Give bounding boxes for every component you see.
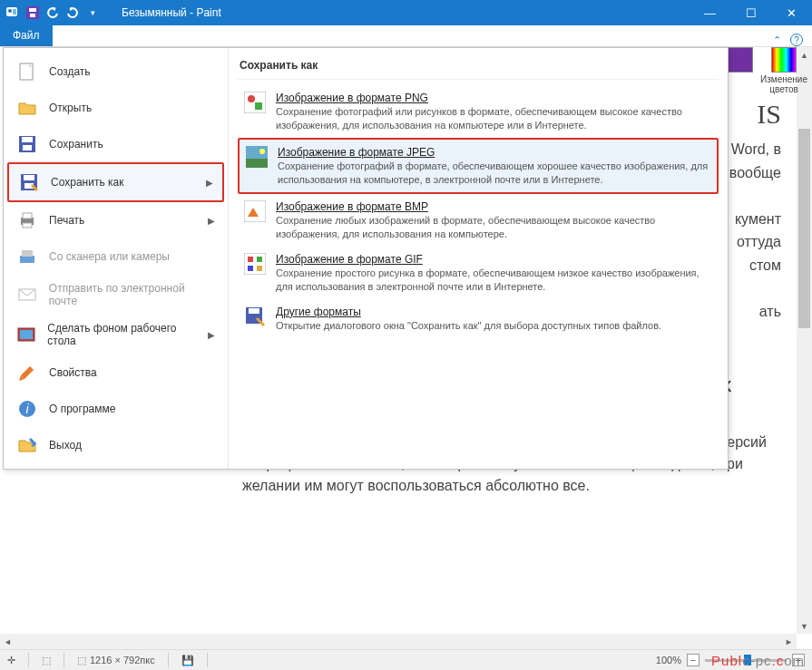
file-tab[interactable]: Файл [0, 24, 53, 46]
redo-icon[interactable] [65, 5, 80, 20]
format-icon [243, 305, 267, 328]
print-icon [16, 209, 38, 231]
svg-rect-15 [23, 223, 32, 228]
svg-rect-4 [29, 8, 36, 12]
selection-size: ⬚ [42, 655, 51, 666]
format-title: Другие форматы [276, 305, 661, 319]
save-icon[interactable] [25, 5, 40, 20]
svg-rect-33 [248, 266, 253, 271]
menu-item-label: Сохранить как [51, 176, 123, 189]
ribbon-tab-row: Файл ⌃ ? [0, 25, 812, 47]
menu-item-open[interactable]: Открыть [7, 90, 224, 126]
menu-item-print[interactable]: Печать▶ [7, 202, 224, 238]
dimensions-icon: ⬚ [77, 655, 86, 666]
vertical-scrollbar[interactable]: ▲ ▼ [797, 47, 812, 634]
about-icon: i [16, 398, 38, 420]
status-bar: ✛ ⬚ ⬚ 1216 × 792пкс 💾 100% − + [0, 649, 812, 670]
menu-item-new[interactable]: Создать [7, 53, 224, 90]
menu-item-label: Свойства [49, 366, 97, 379]
format-icon [245, 145, 269, 169]
doc-text-fragment: ать [759, 304, 781, 319]
file-size: 💾 [181, 655, 194, 666]
svg-point-1 [8, 9, 12, 13]
svg-rect-36 [249, 308, 259, 314]
email-icon [16, 284, 38, 306]
quick-access-toolbar: ▾ [0, 5, 105, 20]
zoom-level: 100% [656, 655, 681, 665]
submenu-title: Сохранить как [238, 55, 719, 80]
scroll-down-icon[interactable]: ▼ [797, 618, 812, 634]
submenu-arrow-icon: ▶ [208, 216, 215, 226]
svg-rect-27 [246, 159, 268, 168]
ribbon-help-icon[interactable]: ? [790, 34, 803, 46]
title-bar: ▾ Безымянный - Paint — ☐ ✕ [0, 0, 812, 25]
format-desc: Сохранение простого рисунка в формате, о… [276, 267, 699, 292]
scroll-right-icon[interactable]: ► [781, 634, 797, 649]
edit-colors-button[interactable] [771, 47, 797, 73]
scroll-thumb[interactable] [798, 129, 810, 328]
scroll-left-icon[interactable]: ◄ [0, 634, 15, 649]
doc-text-fragment: вообще [729, 165, 781, 180]
format-title: Изображение в формате JPEG [278, 145, 711, 160]
app-icon [5, 5, 20, 20]
saveas-submenu: Сохранить как Изображение в формате PNGС… [229, 48, 728, 469]
window-controls: — ☐ ✕ [690, 0, 812, 25]
menu-item-save[interactable]: Сохранить [7, 126, 224, 162]
submenu-arrow-icon: ▶ [206, 178, 213, 188]
svg-rect-16 [20, 256, 34, 263]
doc-heading-fragment: IS [757, 92, 781, 136]
menu-item-scanner: Со сканера или камеры [7, 238, 224, 275]
cursor-position: ✛ [7, 655, 15, 666]
svg-rect-20 [20, 330, 33, 339]
menu-item-wallpaper[interactable]: Сделать фоном рабочего стола▶ [7, 315, 224, 354]
svg-rect-5 [30, 14, 35, 17]
exit-icon [16, 434, 38, 456]
svg-rect-14 [23, 213, 32, 218]
submenu-arrow-icon: ▶ [208, 330, 215, 340]
format-desc: Сохранение любых изображений в формате, … [276, 215, 655, 239]
minimize-button[interactable]: — [690, 0, 730, 25]
format-icon [243, 199, 267, 223]
format-option-4[interactable]: Другие форматыОткрытие диалогового окна … [238, 299, 719, 338]
zoom-out-button[interactable]: − [687, 654, 699, 666]
menu-item-props[interactable]: Свойства [7, 354, 224, 391]
menu-item-about[interactable]: iО программе [7, 391, 224, 427]
dimensions-text: 1216 × 792пкс [90, 655, 155, 665]
qat-dropdown-icon[interactable]: ▾ [85, 5, 100, 20]
doc-text-fragment: оттуда [737, 234, 781, 249]
svg-rect-34 [257, 266, 262, 271]
format-icon [243, 91, 267, 114]
format-option-0[interactable]: Изображение в формате PNGСохранение фото… [238, 85, 719, 138]
window-title: Безымянный - Paint [122, 6, 221, 19]
selection-icon: ⬚ [42, 655, 51, 666]
format-option-1[interactable]: Изображение в формате JPEGСохранение фот… [238, 138, 719, 194]
menu-item-email: Отправить по электронной почте [7, 275, 224, 315]
doc-text-fragment: Word, в [731, 141, 781, 157]
menu-item-label: Сделать фоном рабочего стола [47, 322, 197, 347]
svg-rect-25 [255, 102, 262, 110]
props-icon [16, 362, 38, 384]
saveas-icon [18, 171, 40, 193]
menu-item-label: Создать [49, 65, 91, 78]
edit-colors-label: Изменение цветов [760, 74, 807, 94]
menu-item-label: О программе [49, 403, 115, 415]
menu-item-saveas[interactable]: Сохранить как▶ [7, 162, 224, 202]
colors-group: Изменение цветов [728, 47, 807, 94]
format-icon [243, 252, 267, 276]
open-icon [16, 97, 38, 119]
close-button[interactable]: ✕ [771, 0, 812, 25]
doc-text-fragment: стом [749, 257, 781, 273]
maximize-button[interactable]: ☐ [730, 0, 771, 25]
format-option-3[interactable]: Изображение в формате GIFСохранение прос… [238, 247, 719, 299]
file-menu-list: СоздатьОткрытьСохранитьСохранить как▶Печ… [4, 48, 229, 469]
format-desc: Сохранение фотографий или рисунков в фор… [276, 106, 682, 131]
menu-item-label: Отправить по электронной почте [49, 282, 215, 307]
ribbon-collapse-icon[interactable]: ⌃ [773, 34, 781, 46]
menu-item-exit[interactable]: Выход [7, 427, 224, 463]
format-option-2[interactable]: Изображение в формате BMPСохранение любы… [238, 194, 719, 247]
horizontal-scrollbar[interactable]: ◄ ► [0, 634, 797, 649]
undo-icon[interactable] [45, 5, 60, 20]
color-swatch-purple[interactable] [728, 47, 753, 73]
menu-item-label: Открыть [49, 102, 92, 114]
format-title: Изображение в формате BMP [276, 199, 713, 214]
